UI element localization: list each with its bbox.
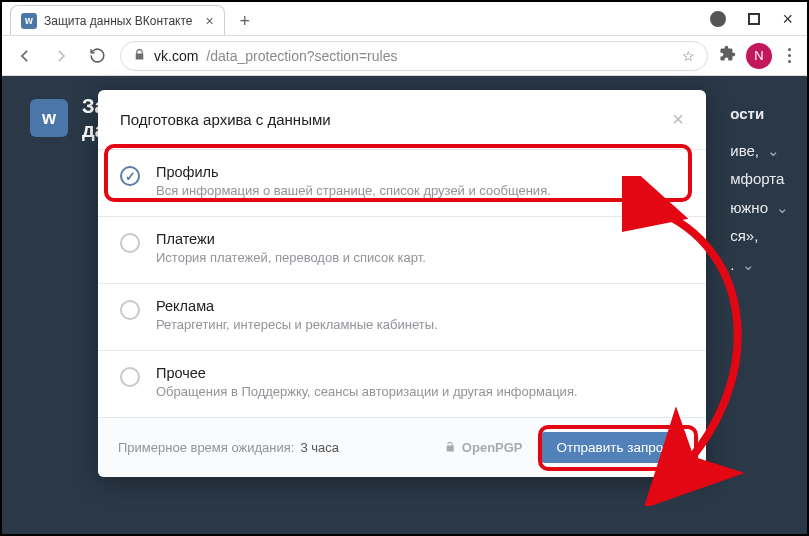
chevron-down-icon[interactable]: ⌄: [742, 256, 755, 273]
url-path: /data_protection?section=rules: [206, 48, 397, 64]
vk-logo-icon: w: [30, 99, 68, 137]
radio-icon[interactable]: [120, 367, 140, 387]
lock-icon: [133, 48, 146, 64]
radio-checked-icon[interactable]: [120, 166, 140, 186]
openpgp-toggle[interactable]: OpenPGP: [444, 440, 523, 456]
modal-close-icon[interactable]: ×: [672, 108, 684, 131]
forward-button[interactable]: [48, 43, 74, 69]
radio-icon[interactable]: [120, 233, 140, 253]
lock-open-icon: [444, 440, 457, 456]
openpgp-label: OpenPGP: [462, 440, 523, 455]
extensions-icon[interactable]: [718, 45, 736, 66]
option-profile[interactable]: Профиль Вся информация о вашей странице,…: [98, 150, 706, 217]
peek-line: ся»,: [730, 227, 758, 244]
option-desc: История платежей, переводов и список кар…: [156, 250, 426, 265]
modal-title: Подготовка архива с данными: [120, 111, 331, 128]
new-tab-button[interactable]: +: [231, 7, 259, 35]
option-desc: Ретаргетинг, интересы и рекламные кабине…: [156, 317, 438, 332]
tab-title: Защита данных ВКонтакте: [44, 14, 193, 28]
browser-tab[interactable]: w Защита данных ВКонтакте ×: [10, 5, 225, 35]
wait-label: Примерное время ожидания:: [118, 440, 294, 455]
peek-bold: ости: [730, 100, 789, 129]
radio-icon[interactable]: [120, 300, 140, 320]
wait-value: 3 часа: [300, 440, 339, 455]
chevron-down-icon[interactable]: ⌄: [776, 199, 789, 216]
option-payments[interactable]: Платежи История платежей, переводов и сп…: [98, 217, 706, 284]
browser-toolbar: vk.com/data_protection?section=rules ☆ N: [2, 36, 807, 76]
peek-line: иве,: [730, 142, 759, 159]
archive-modal: Подготовка архива с данными × Профиль Вс…: [98, 90, 706, 477]
back-button[interactable]: [12, 43, 38, 69]
page-content: w Защ данн ости иве,⌄ мфорта южно⌄ ся», …: [2, 76, 807, 534]
minimize-icon[interactable]: [710, 11, 726, 27]
option-title: Прочее: [156, 365, 578, 381]
option-desc: Вся информация о вашей странице, список …: [156, 183, 551, 198]
background-text-peek: ости иве,⌄ мфорта южно⌄ ся», .⌄: [730, 100, 789, 279]
peek-line: .: [730, 256, 734, 273]
vk-favicon: w: [21, 13, 37, 29]
tab-close-icon[interactable]: ×: [206, 13, 214, 29]
window-close-icon[interactable]: ×: [782, 9, 793, 30]
option-title: Платежи: [156, 231, 426, 247]
option-other[interactable]: Прочее Обращения в Поддержку, сеансы авт…: [98, 351, 706, 418]
peek-line: мфорта: [730, 170, 784, 187]
browser-menu-icon[interactable]: [782, 48, 797, 63]
modal-footer: Примерное время ожидания: 3 часа OpenPGP…: [98, 418, 706, 477]
maximize-icon[interactable]: [748, 13, 760, 25]
reload-button[interactable]: [84, 43, 110, 69]
chevron-down-icon[interactable]: ⌄: [767, 142, 780, 159]
modal-header: Подготовка архива с данными ×: [98, 90, 706, 150]
bookmark-star-icon[interactable]: ☆: [682, 48, 695, 64]
browser-titlebar: w Защита данных ВКонтакте × + ×: [2, 2, 807, 36]
option-title: Реклама: [156, 298, 438, 314]
address-bar[interactable]: vk.com/data_protection?section=rules ☆: [120, 41, 708, 71]
option-desc: Обращения в Поддержку, сеансы авторизаци…: [156, 384, 578, 399]
send-request-button[interactable]: Отправить запрос: [541, 432, 686, 463]
peek-line: южно: [730, 199, 768, 216]
option-ads[interactable]: Реклама Ретаргетинг, интересы и рекламны…: [98, 284, 706, 351]
option-title: Профиль: [156, 164, 551, 180]
profile-avatar[interactable]: N: [746, 43, 772, 69]
url-host: vk.com: [154, 48, 198, 64]
